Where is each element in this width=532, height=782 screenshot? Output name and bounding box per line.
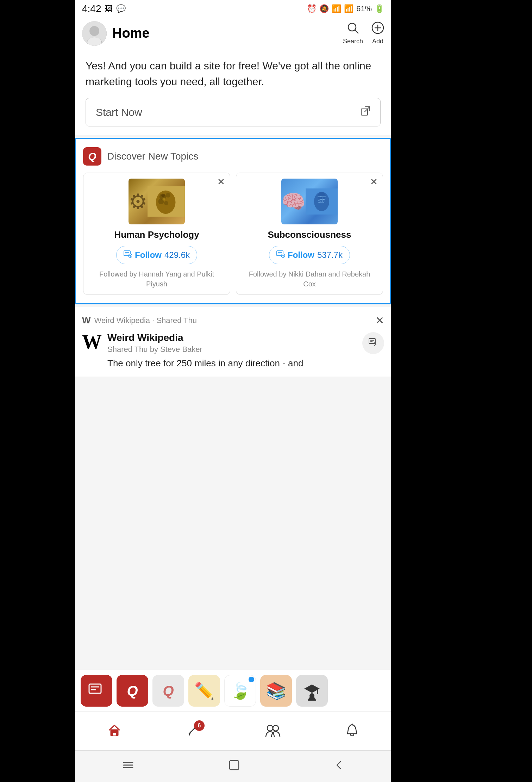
post-source: Weird Wikipedia · Shared Thu: [94, 316, 197, 325]
wikipedia-small-logo: W: [82, 315, 91, 326]
wifi-icon: 📶: [332, 4, 341, 13]
page-title: Home: [112, 26, 343, 41]
svg-point-14: [166, 193, 170, 197]
post-action-button[interactable]: [362, 332, 384, 354]
people-icon: [265, 723, 281, 740]
quora-badge: Q: [83, 147, 101, 166]
nav-home[interactable]: [107, 723, 121, 740]
close-human-psychology-button[interactable]: ✕: [217, 176, 225, 187]
topic-name-human-psychology: Human Psychology: [114, 229, 199, 240]
post-action-icon: [368, 337, 378, 349]
svg-point-16: [164, 201, 168, 205]
topics-title: Discover New Topics: [107, 151, 198, 162]
svg-rect-58: [230, 761, 239, 770]
promo-card: Yes! And you can build a site for free! …: [75, 49, 391, 135]
android-back-button[interactable]: [334, 760, 344, 772]
battery-icon: 🔋: [375, 4, 384, 13]
space-icon-quora[interactable]: Q: [117, 675, 148, 707]
alarm-icon: ⏰: [307, 4, 317, 13]
android-nav: [75, 750, 391, 782]
bottom-nav: 6: [75, 712, 391, 750]
follow-human-psychology-button[interactable]: Follow 429.6k: [116, 246, 197, 264]
follow-text-2: Follow: [288, 250, 314, 260]
header-actions: Search Add: [343, 21, 384, 45]
header: Home Search A: [75, 18, 391, 49]
svg-rect-42: [89, 684, 101, 693]
space-icon-book[interactable]: 📚: [260, 675, 292, 707]
post-meta-left: W Weird Wikipedia · Shared Thu: [82, 315, 197, 326]
close-post-button[interactable]: ✕: [375, 314, 384, 327]
subconsciousness-image: [281, 179, 338, 224]
svg-rect-46: [317, 689, 318, 694]
content-area: Yes! And you can build a site for free! …: [75, 49, 391, 670]
android-menu-button[interactable]: [122, 760, 134, 773]
add-icon: [371, 21, 384, 37]
svg-point-1: [89, 26, 99, 36]
promo-text: Yes! And you can build a site for free! …: [86, 58, 381, 89]
start-now-label: Start Now: [96, 106, 142, 118]
battery-percentage: 61%: [356, 4, 372, 13]
nav-people[interactable]: [265, 723, 281, 740]
follow-count-1: 429.6k: [164, 250, 190, 260]
svg-point-53: [273, 725, 278, 731]
search-icon: [346, 21, 359, 37]
space-icon-digest[interactable]: [81, 675, 112, 707]
wikipedia-logo: W: [82, 332, 102, 352]
start-now-button[interactable]: Start Now: [86, 98, 381, 126]
svg-rect-49: [113, 733, 116, 736]
topics-section: Q Discover New Topics ✕: [75, 138, 391, 304]
post-subtitle: Shared Thu by Steve Baker: [107, 345, 357, 354]
space-icon-quora-spaces[interactable]: Q: [152, 675, 184, 707]
svg-point-52: [267, 725, 273, 731]
quora-badge-letter: Q: [88, 150, 96, 162]
svg-point-17: [162, 198, 165, 200]
messenger-icon: 💬: [116, 4, 126, 13]
topics-header: Q Discover New Topics: [83, 147, 383, 166]
close-subconsciousness-button[interactable]: ✕: [370, 176, 378, 187]
phone-screen: 4:42 🖼 💬 ⏰ 🔕 📶 📶 61% 🔋: [75, 0, 391, 782]
answers-icon: 6: [186, 723, 200, 740]
add-label: Add: [372, 38, 383, 45]
human-psychology-image: [129, 179, 185, 224]
post-content-row: W Weird Wikipedia Shared Thu by Steve Ba…: [82, 332, 384, 370]
topics-carousel-wrapper: topics carousel Q Discover New Topics ✕: [75, 138, 391, 304]
search-button[interactable]: Search: [343, 21, 363, 45]
follow-subconsciousness-button[interactable]: Follow 537.7k: [269, 246, 350, 264]
space-icon-leaf[interactable]: 🍃: [224, 675, 256, 707]
nav-notifications[interactable]: [345, 723, 359, 740]
topic-card-human-psychology: ✕: [83, 173, 230, 295]
android-home-button[interactable]: [229, 759, 240, 773]
add-button[interactable]: Add: [371, 21, 384, 45]
status-time: 4:42: [82, 3, 101, 14]
post-snippet: The only tree for 250 miles in any direc…: [107, 357, 357, 370]
notifications-icon: [345, 723, 359, 740]
svg-line-5: [355, 30, 358, 33]
follow-count-2: 537.7k: [317, 250, 343, 260]
mute-icon: 🔕: [319, 4, 329, 13]
answers-badge: 6: [194, 720, 205, 731]
follow-text-1: Follow: [135, 250, 162, 260]
post-meta-row: W Weird Wikipedia · Shared Thu ✕: [82, 314, 384, 327]
follow-icon-1: [124, 250, 132, 260]
signal-icon: 📶: [344, 4, 353, 13]
space-icon-graduate[interactable]: [296, 675, 328, 707]
nav-answers[interactable]: 6: [186, 723, 200, 740]
followed-by-2: Followed by Nikki Dahan and Rebekah Cox: [242, 269, 377, 289]
search-label: Search: [343, 38, 363, 45]
post-card-wikipedia: W Weird Wikipedia · Shared Thu ✕ W Weird…: [75, 307, 391, 377]
home-icon: [107, 723, 121, 740]
status-bar: 4:42 🖼 💬 ⏰ 🔕 📶 📶 61% 🔋: [75, 0, 391, 18]
spaces-bar: Q Q ✏️ 🍃 📚: [75, 670, 391, 712]
followed-by-1: Followed by Hannah Yang and Pulkit Piyus…: [89, 269, 224, 289]
follow-icon-2: [276, 250, 285, 260]
post-text-area: Weird Wikipedia Shared Thu by Steve Bake…: [107, 332, 357, 370]
external-link-icon: [361, 106, 370, 118]
topic-name-subconsciousness: Subconsciousness: [268, 229, 351, 240]
image-icon: 🖼: [105, 4, 113, 13]
topic-cards-row: ✕: [83, 173, 383, 295]
svg-point-26: [318, 192, 326, 200]
space-icon-notepads[interactable]: ✏️: [188, 675, 220, 707]
topic-card-subconsciousness: ✕: [236, 173, 383, 295]
notification-dot: [249, 677, 254, 682]
avatar[interactable]: [82, 21, 107, 46]
